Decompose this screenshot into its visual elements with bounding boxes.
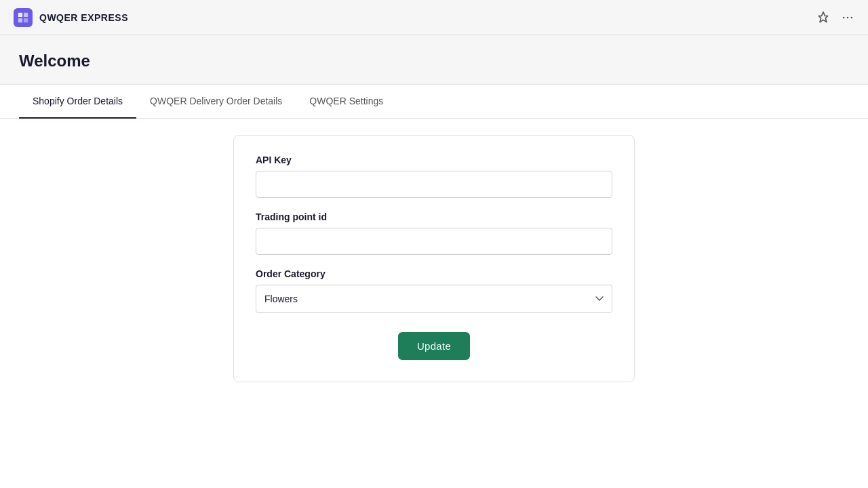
- app-title: QWQER EXPRESS: [39, 12, 128, 23]
- tab-delivery-order-details[interactable]: QWQER Delivery Order Details: [136, 85, 296, 119]
- svg-rect-3: [24, 18, 28, 22]
- tabs-container: Shopify Order Details QWQER Delivery Ord…: [0, 85, 868, 119]
- main-content: API Key Trading point id Order Category …: [0, 119, 868, 399]
- api-key-input[interactable]: [256, 171, 612, 198]
- api-key-label: API Key: [256, 155, 612, 165]
- header-left: QWQER EXPRESS: [14, 8, 128, 27]
- trading-point-input[interactable]: [256, 228, 612, 255]
- svg-rect-1: [24, 12, 28, 16]
- api-key-group: API Key: [256, 155, 612, 198]
- svg-rect-0: [18, 12, 22, 16]
- tab-qwqer-settings[interactable]: QWQER Settings: [296, 85, 397, 119]
- tab-shopify-order-details[interactable]: Shopify Order Details: [19, 85, 136, 119]
- welcome-section: Welcome: [0, 35, 868, 85]
- trading-point-group: Trading point id: [256, 211, 612, 255]
- svg-point-4: [843, 16, 845, 18]
- page-title: Welcome: [19, 52, 849, 70]
- more-icon[interactable]: [841, 11, 854, 24]
- app-logo: [14, 8, 33, 27]
- svg-rect-2: [18, 18, 22, 22]
- svg-point-5: [847, 16, 849, 18]
- svg-point-6: [851, 16, 853, 18]
- order-category-label: Order Category: [256, 268, 612, 279]
- order-category-select[interactable]: Flowers Groceries Electronics Clothing: [256, 285, 612, 313]
- settings-card: API Key Trading point id Order Category …: [233, 135, 635, 382]
- trading-point-label: Trading point id: [256, 211, 612, 222]
- app-header: QWQER EXPRESS: [0, 0, 868, 35]
- header-right: [816, 11, 854, 24]
- order-category-group: Order Category Flowers Groceries Electro…: [256, 268, 612, 313]
- update-button[interactable]: Update: [398, 332, 470, 360]
- pin-icon[interactable]: [816, 11, 830, 24]
